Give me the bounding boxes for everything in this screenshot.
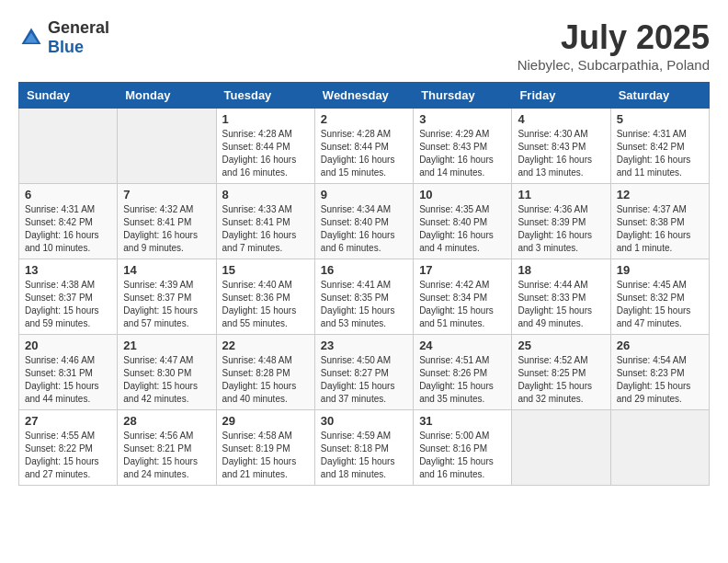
calendar-cell: 8Sunrise: 4:33 AM Sunset: 8:41 PM Daylig… [216, 184, 314, 259]
day-info: Sunrise: 4:59 AM Sunset: 8:18 PM Dayligh… [321, 430, 407, 481]
calendar-cell: 14Sunrise: 4:39 AM Sunset: 8:37 PM Dayli… [118, 259, 216, 335]
calendar-week-row: 1Sunrise: 4:28 AM Sunset: 8:44 PM Daylig… [19, 109, 710, 184]
logo: General Blue [18, 18, 109, 57]
calendar-cell: 21Sunrise: 4:47 AM Sunset: 8:30 PM Dayli… [118, 335, 216, 410]
day-info: Sunrise: 4:52 AM Sunset: 8:25 PM Dayligh… [518, 354, 604, 406]
day-info: Sunrise: 4:47 AM Sunset: 8:30 PM Dayligh… [123, 354, 210, 406]
col-header-sunday: Sunday [19, 83, 118, 109]
day-number: 31 [419, 414, 506, 428]
day-info: Sunrise: 4:45 AM Sunset: 8:32 PM Dayligh… [617, 279, 703, 330]
day-info: Sunrise: 4:41 AM Sunset: 8:35 PM Dayligh… [321, 279, 407, 330]
day-number: 20 [25, 339, 111, 352]
day-number: 25 [518, 339, 604, 352]
day-info: Sunrise: 4:55 AM Sunset: 8:22 PM Dayligh… [25, 430, 111, 481]
location-subtitle: Niebylec, Subcarpathia, Poland [518, 57, 710, 73]
day-number: 2 [321, 112, 407, 126]
calendar-cell: 28Sunrise: 4:56 AM Sunset: 8:21 PM Dayli… [118, 410, 216, 486]
calendar-cell: 7Sunrise: 4:32 AM Sunset: 8:41 PM Daylig… [118, 184, 216, 259]
title-block: July 2025 Niebylec, Subcarpathia, Poland [518, 18, 710, 73]
day-info: Sunrise: 4:28 AM Sunset: 8:44 PM Dayligh… [222, 128, 309, 179]
calendar-cell: 13Sunrise: 4:38 AM Sunset: 8:37 PM Dayli… [19, 259, 118, 335]
day-number: 4 [518, 112, 604, 126]
calendar-cell [512, 410, 610, 486]
day-info: Sunrise: 4:44 AM Sunset: 8:33 PM Dayligh… [518, 279, 604, 330]
calendar-cell: 17Sunrise: 4:42 AM Sunset: 8:34 PM Dayli… [414, 259, 512, 335]
calendar-cell [19, 109, 118, 184]
day-info: Sunrise: 4:51 AM Sunset: 8:26 PM Dayligh… [419, 354, 506, 406]
day-info: Sunrise: 4:31 AM Sunset: 8:42 PM Dayligh… [617, 128, 703, 179]
logo-text: General Blue [48, 18, 109, 57]
day-info: Sunrise: 4:58 AM Sunset: 8:19 PM Dayligh… [222, 430, 309, 481]
day-info: Sunrise: 4:32 AM Sunset: 8:41 PM Dayligh… [123, 203, 210, 255]
day-number: 27 [25, 414, 111, 428]
day-info: Sunrise: 4:46 AM Sunset: 8:31 PM Dayligh… [25, 354, 111, 406]
calendar-cell: 23Sunrise: 4:50 AM Sunset: 8:27 PM Dayli… [314, 335, 413, 410]
calendar-cell: 3Sunrise: 4:29 AM Sunset: 8:43 PM Daylig… [414, 109, 512, 184]
calendar-table: SundayMondayTuesdayWednesdayThursdayFrid… [18, 82, 710, 486]
day-number: 13 [25, 263, 111, 277]
logo-blue: Blue [48, 38, 84, 56]
day-number: 21 [123, 339, 210, 352]
day-number: 24 [419, 339, 506, 352]
month-year-title: July 2025 [518, 18, 710, 57]
day-number: 6 [25, 188, 111, 201]
day-number: 8 [222, 188, 309, 201]
logo-general: General [48, 18, 109, 37]
calendar-cell: 26Sunrise: 4:54 AM Sunset: 8:23 PM Dayli… [610, 335, 709, 410]
day-info: Sunrise: 4:37 AM Sunset: 8:38 PM Dayligh… [617, 203, 703, 255]
calendar-cell: 11Sunrise: 4:36 AM Sunset: 8:39 PM Dayli… [512, 184, 610, 259]
calendar-cell: 29Sunrise: 4:58 AM Sunset: 8:19 PM Dayli… [216, 410, 314, 486]
day-info: Sunrise: 4:36 AM Sunset: 8:39 PM Dayligh… [518, 203, 604, 255]
calendar-cell: 5Sunrise: 4:31 AM Sunset: 8:42 PM Daylig… [610, 109, 709, 184]
calendar-cell: 12Sunrise: 4:37 AM Sunset: 8:38 PM Dayli… [610, 184, 709, 259]
calendar-cell: 1Sunrise: 4:28 AM Sunset: 8:44 PM Daylig… [216, 109, 314, 184]
calendar-week-row: 20Sunrise: 4:46 AM Sunset: 8:31 PM Dayli… [19, 335, 710, 410]
calendar-header-row: SundayMondayTuesdayWednesdayThursdayFrid… [19, 83, 710, 109]
day-number: 18 [518, 263, 604, 277]
calendar-week-row: 27Sunrise: 4:55 AM Sunset: 8:22 PM Dayli… [19, 410, 710, 486]
day-number: 30 [321, 414, 407, 428]
calendar-cell: 4Sunrise: 4:30 AM Sunset: 8:43 PM Daylig… [512, 109, 610, 184]
col-header-friday: Friday [512, 83, 610, 109]
calendar-cell: 22Sunrise: 4:48 AM Sunset: 8:28 PM Dayli… [216, 335, 314, 410]
calendar-cell: 31Sunrise: 5:00 AM Sunset: 8:16 PM Dayli… [414, 410, 512, 486]
calendar-cell: 16Sunrise: 4:41 AM Sunset: 8:35 PM Dayli… [314, 259, 413, 335]
day-number: 16 [321, 263, 407, 277]
day-number: 14 [123, 263, 210, 277]
day-number: 3 [419, 112, 506, 126]
day-info: Sunrise: 4:34 AM Sunset: 8:40 PM Dayligh… [321, 203, 407, 255]
page-header: General Blue July 2025 Niebylec, Subcarp… [18, 18, 710, 73]
calendar-cell: 25Sunrise: 4:52 AM Sunset: 8:25 PM Dayli… [512, 335, 610, 410]
day-info: Sunrise: 5:00 AM Sunset: 8:16 PM Dayligh… [419, 430, 506, 481]
calendar-cell: 2Sunrise: 4:28 AM Sunset: 8:44 PM Daylig… [314, 109, 413, 184]
day-info: Sunrise: 4:35 AM Sunset: 8:40 PM Dayligh… [419, 203, 506, 255]
calendar-week-row: 6Sunrise: 4:31 AM Sunset: 8:42 PM Daylig… [19, 184, 710, 259]
day-info: Sunrise: 4:28 AM Sunset: 8:44 PM Dayligh… [321, 128, 407, 179]
day-info: Sunrise: 4:48 AM Sunset: 8:28 PM Dayligh… [222, 354, 309, 406]
calendar-cell [118, 109, 216, 184]
day-info: Sunrise: 4:29 AM Sunset: 8:43 PM Dayligh… [419, 128, 506, 179]
calendar-cell: 19Sunrise: 4:45 AM Sunset: 8:32 PM Dayli… [610, 259, 709, 335]
day-number: 17 [419, 263, 506, 277]
col-header-thursday: Thursday [414, 83, 512, 109]
day-number: 29 [222, 414, 309, 428]
calendar-cell: 6Sunrise: 4:31 AM Sunset: 8:42 PM Daylig… [19, 184, 118, 259]
day-number: 7 [123, 188, 210, 201]
calendar-cell: 20Sunrise: 4:46 AM Sunset: 8:31 PM Dayli… [19, 335, 118, 410]
day-info: Sunrise: 4:39 AM Sunset: 8:37 PM Dayligh… [123, 279, 210, 330]
day-number: 11 [518, 188, 604, 201]
day-number: 1 [222, 112, 309, 126]
calendar-cell [610, 410, 709, 486]
day-number: 9 [321, 188, 407, 201]
day-info: Sunrise: 4:33 AM Sunset: 8:41 PM Dayligh… [222, 203, 309, 255]
col-header-monday: Monday [118, 83, 216, 109]
day-number: 5 [617, 112, 703, 126]
day-info: Sunrise: 4:30 AM Sunset: 8:43 PM Dayligh… [518, 128, 604, 179]
day-info: Sunrise: 4:40 AM Sunset: 8:36 PM Dayligh… [222, 279, 309, 330]
calendar-cell: 30Sunrise: 4:59 AM Sunset: 8:18 PM Dayli… [314, 410, 413, 486]
logo-icon [18, 25, 44, 51]
day-number: 26 [617, 339, 703, 352]
day-info: Sunrise: 4:54 AM Sunset: 8:23 PM Dayligh… [617, 354, 703, 406]
col-header-tuesday: Tuesday [216, 83, 314, 109]
day-info: Sunrise: 4:42 AM Sunset: 8:34 PM Dayligh… [419, 279, 506, 330]
